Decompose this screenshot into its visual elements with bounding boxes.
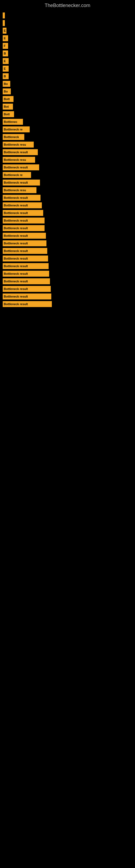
bar-label: Bottleneck result xyxy=(4,242,28,245)
bar-label: Bottleneck resu xyxy=(4,143,26,146)
bar-item: Bottleneck result xyxy=(3,301,132,307)
bar-label: Bottleneck result xyxy=(4,249,28,252)
bar-item: Bottleneck result xyxy=(3,293,132,300)
bar: Bottleneck resu xyxy=(3,142,34,148)
bar-item: B xyxy=(3,73,132,79)
bar: Bottleneck result xyxy=(3,233,46,239)
bar-item: Bottleneck result xyxy=(3,203,132,208)
bar-label: Bott xyxy=(4,97,10,101)
bar: Bottleneck result xyxy=(3,149,38,155)
bar-label: Bottleneck xyxy=(4,135,19,138)
bar-item: Bottleneck resu xyxy=(3,142,132,148)
bar-item: Bottleneck result xyxy=(3,240,132,246)
bar-label: Bottleneck result xyxy=(4,219,28,222)
bar: Bottleneck result xyxy=(3,293,51,300)
bar-label: E xyxy=(4,29,6,32)
bar-label: Bottleneck re xyxy=(4,128,23,131)
bar-label: Bottleneck re xyxy=(4,173,23,177)
bar-label: Bottleneck result xyxy=(4,257,28,260)
bar-item: Bottleneck result xyxy=(3,286,132,292)
bar-label: Bottleneck resu xyxy=(4,188,26,192)
bar xyxy=(3,12,5,19)
bar xyxy=(3,20,5,26)
bar: Bottleneck result xyxy=(3,240,46,246)
bar-item: Bottleneck result xyxy=(3,149,132,155)
bar: Bott xyxy=(3,111,14,117)
bar: Bottleneck result xyxy=(3,180,40,186)
bar: Bot xyxy=(3,104,13,110)
bar: Bottleneck result xyxy=(3,248,47,254)
bar-label: Bottleneck result xyxy=(4,287,28,290)
bar: Bottleneck result xyxy=(3,255,48,261)
bar-item: Bottleneck result xyxy=(3,278,132,284)
bar-label: Bottleneck result xyxy=(4,265,28,268)
bar-label: Bottleneck result xyxy=(4,226,28,230)
bar-item: Bottleneck re xyxy=(3,126,132,132)
bar-label: B xyxy=(4,52,6,55)
bar-item: Bottleneck xyxy=(3,134,132,140)
bar: E xyxy=(3,66,9,72)
bar: B xyxy=(3,51,8,56)
bar-label: Bo xyxy=(4,90,8,93)
bar-item: Bo xyxy=(3,81,132,87)
bar-label: Bottleneck resu xyxy=(4,158,26,161)
bar-label: Bottleneck result xyxy=(4,151,28,154)
bar-item: Bottlenec xyxy=(3,119,132,125)
bar-label: Bottleneck result xyxy=(4,204,28,207)
bar: Bottleneck re xyxy=(3,172,31,178)
bar: Bottleneck result xyxy=(3,225,45,231)
bar-item: E xyxy=(3,66,132,72)
bar: Bottleneck result xyxy=(3,203,42,208)
bar-item: Bottleneck result xyxy=(3,233,132,239)
bar-label: Bottleneck result xyxy=(4,166,28,169)
bar-item: Bot xyxy=(3,104,132,110)
bar-item: Bottleneck result xyxy=(3,195,132,201)
bar-item: Bottleneck result xyxy=(3,180,132,186)
bar: Bottleneck result xyxy=(3,263,49,269)
bar-label: Bottlenec xyxy=(4,120,17,123)
bar: Bottleneck result xyxy=(3,286,51,292)
bar: Bottlenec xyxy=(3,119,23,125)
bar: Bottleneck result xyxy=(3,301,52,307)
bar: Bottleneck xyxy=(3,134,24,140)
bar-item: Bottleneck result xyxy=(3,263,132,269)
bar: B xyxy=(3,73,9,79)
bar-item: Bottleneck resu xyxy=(3,157,132,163)
bar-label: Bottleneck result xyxy=(4,280,28,283)
chart-container: EEFBEEBBoBoBottBotBottBottlenecBottlenec… xyxy=(0,10,135,311)
bar-label: Bottleneck result xyxy=(4,181,28,184)
bar-item xyxy=(3,20,132,26)
bar-label: E xyxy=(4,37,6,40)
bar-item: E xyxy=(3,58,132,64)
bar: Bottleneck resu xyxy=(3,157,35,163)
bar-label: Bottleneck result xyxy=(4,303,28,306)
bar-label: E xyxy=(4,67,6,70)
bar-label: Bottleneck result xyxy=(4,234,28,237)
bar-label: E xyxy=(4,59,6,63)
bar: Bottleneck result xyxy=(3,210,43,216)
bar: Bottleneck result xyxy=(3,218,45,223)
site-title: TheBottlenecker.com xyxy=(0,0,135,10)
bar-label: Bott xyxy=(4,113,10,116)
bar-item: E xyxy=(3,35,132,41)
bar: E xyxy=(3,35,8,41)
bar-label: Bottleneck result xyxy=(4,272,28,275)
bar-item: F xyxy=(3,43,132,49)
bar-label: Bo xyxy=(4,82,8,86)
bar-label: Bottleneck result xyxy=(4,196,28,199)
bar-item: E xyxy=(3,28,132,34)
bar: Bo xyxy=(3,88,11,94)
bar: F xyxy=(3,43,8,49)
bar-item: Bottleneck result xyxy=(3,164,132,170)
bar-item: Bottleneck result xyxy=(3,225,132,231)
bar-item: Bott xyxy=(3,96,132,102)
bar: Bottleneck result xyxy=(3,271,49,277)
bar: Bo xyxy=(3,81,10,87)
bar: Bottleneck re xyxy=(3,126,30,132)
bar-item: B xyxy=(3,51,132,56)
bar: Bott xyxy=(3,96,13,102)
bar: Bottleneck result xyxy=(3,164,39,170)
bar-label: Bottleneck result xyxy=(4,211,28,215)
bar-item: Bottleneck result xyxy=(3,255,132,261)
bar-item: Bottleneck re xyxy=(3,172,132,178)
